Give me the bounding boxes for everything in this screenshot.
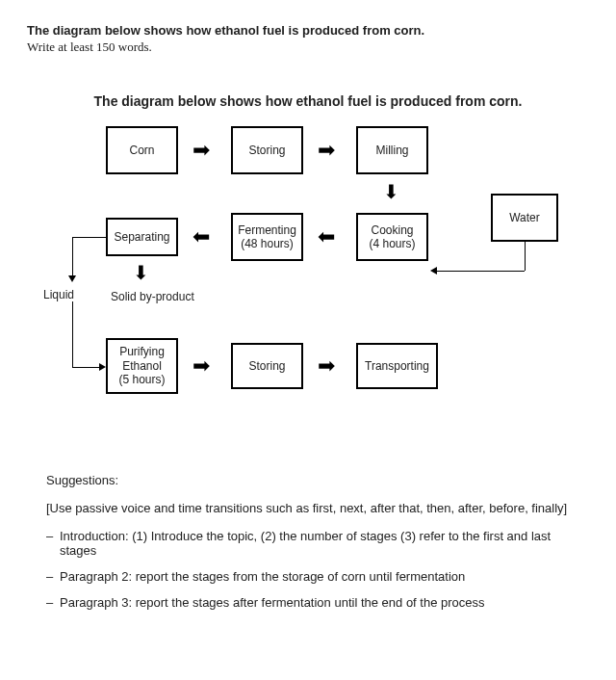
line xyxy=(72,301,73,367)
diagram-title: The diagram below shows how ethanol fuel… xyxy=(27,93,589,109)
arrow-down-icon xyxy=(68,275,76,282)
arrow-right-icon: ➡ xyxy=(318,355,335,377)
line xyxy=(72,237,106,238)
arrow-right-icon xyxy=(99,363,106,371)
suggestions-section: Suggestions: [Use passive voice and time… xyxy=(27,473,589,610)
arrow-right-icon: ➡ xyxy=(192,355,210,377)
suggestion-bullet: Paragraph 2: report the stages from the … xyxy=(46,569,570,584)
process-diagram: Corn ➡ Storing ➡ Milling ⬇ Water Cooking… xyxy=(38,126,578,444)
box-cooking: Cooking (4 hours) xyxy=(356,213,428,261)
label-solid: Solid by-product xyxy=(111,290,194,303)
arrow-left-icon xyxy=(430,267,437,275)
line xyxy=(525,242,526,271)
line xyxy=(72,367,99,368)
arrow-down-icon: ⬇ xyxy=(133,263,149,282)
box-transporting: Transporting xyxy=(356,343,438,389)
suggestions-intro: [Use passive voice and time transitions … xyxy=(46,501,570,515)
line xyxy=(72,237,73,275)
arrow-left-icon: ⬅ xyxy=(318,226,335,248)
label-liquid: Liquid xyxy=(43,288,74,301)
task-title: The diagram below shows how ethanol fuel… xyxy=(27,23,589,38)
arrow-right-icon: ➡ xyxy=(318,140,335,161)
arrow-down-icon: ⬇ xyxy=(383,182,399,201)
box-water: Water xyxy=(491,194,558,242)
box-storing-2: Storing xyxy=(231,343,303,389)
arrow-left-icon: ⬅ xyxy=(192,226,210,248)
suggestion-bullet: Paragraph 3: report the stages after fer… xyxy=(46,595,570,610)
suggestion-bullet: Introduction: (1) Introduce the topic, (… xyxy=(46,529,570,558)
box-milling: Milling xyxy=(356,126,428,174)
arrow-right-icon: ➡ xyxy=(192,140,210,161)
box-corn: Corn xyxy=(106,126,178,174)
box-purifying: Purifying Ethanol (5 hours) xyxy=(106,338,178,394)
task-instruction: Write at least 150 words. xyxy=(27,39,589,55)
box-separating: Separating xyxy=(106,218,178,256)
box-storing-1: Storing xyxy=(231,126,303,174)
line xyxy=(437,271,525,272)
suggestions-heading: Suggestions: xyxy=(46,473,570,487)
box-fermenting: Fermenting (48 hours) xyxy=(231,213,303,261)
